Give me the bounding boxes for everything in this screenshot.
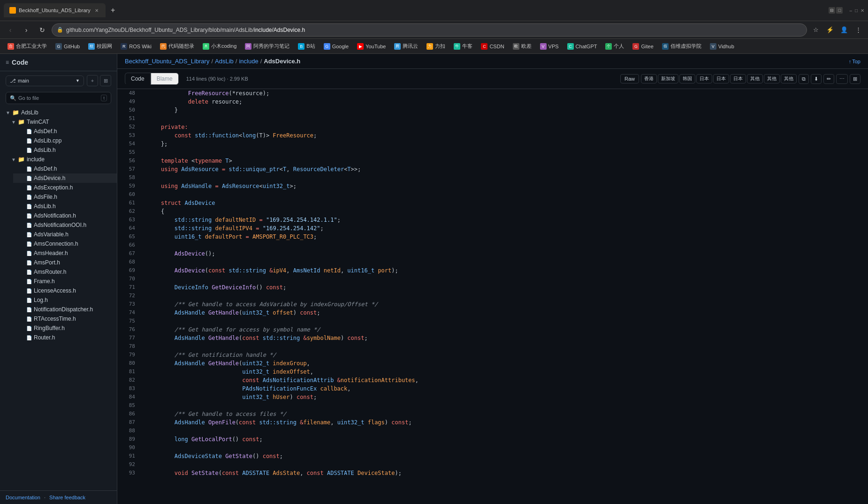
bookmark-xcoding[interactable]: 木 小木coding xyxy=(199,41,240,51)
bookmark-bilibili[interactable]: B B站 xyxy=(294,41,319,51)
bookmark-tencent[interactable]: 腾 腾讯云 xyxy=(390,41,422,51)
bookmark-google[interactable]: G Google xyxy=(320,42,352,51)
top-link[interactable]: ↑ Top xyxy=(849,59,860,64)
line-number: 51 xyxy=(117,114,140,123)
copy-button[interactable]: ⧉ xyxy=(799,74,809,84)
file-adsexception-h[interactable]: 📄 AdsException.h xyxy=(13,183,117,192)
file-amsconnection-h[interactable]: 📄 AmsConnection.h xyxy=(13,239,117,248)
file-rtaccess-h[interactable]: 📄 RTAccessTime.h xyxy=(13,314,117,323)
translate-buttons: 香港 新加坡 韩国 日本 日本 日本 其他 其他 其他 xyxy=(641,74,797,83)
code-line-59: 59 using AdsHandle = AdsResource<uint32_… xyxy=(117,182,868,190)
translate-kr-button[interactable]: 韩国 xyxy=(679,74,695,83)
window-controls: ⊟ □ – □ ✕ xyxy=(829,7,864,14)
bookmark-ocha[interactable]: 欧 欧差 xyxy=(509,41,535,51)
translate-sg-button[interactable]: 新加坡 xyxy=(658,74,678,83)
bookmark-chatgpt[interactable]: C ChatGPT xyxy=(563,42,601,51)
code-line-69: 69 AdsDevice(const std::string &ipV4, Am… xyxy=(117,266,868,275)
code-line-92: 92 xyxy=(117,460,868,469)
folder-adslib[interactable]: ▼ 📁 AdsLib xyxy=(0,108,117,117)
file-adslib-cpp[interactable]: 📄 AdsLib.cpp xyxy=(13,136,117,145)
file-router-h[interactable]: 📄 Router.h xyxy=(13,333,117,342)
file-amsheader-h[interactable]: 📄 AmsHeader.h xyxy=(13,248,117,258)
more-options-button[interactable]: ⋯ xyxy=(836,74,848,84)
file-adsvariable-h[interactable]: 📄 AdsVariable.h xyxy=(13,230,117,239)
bookmark-leetcode[interactable]: 力 力扣 xyxy=(423,41,449,51)
file-name: AdsFile.h xyxy=(34,194,57,200)
tab-code[interactable]: Code xyxy=(125,73,151,85)
refresh-button[interactable]: ↻ xyxy=(36,23,49,37)
branch-selector[interactable]: ⎇ main ▼ xyxy=(6,75,84,86)
breadcrumb: Beckhoff_Ubuntu_ADS_Library / AdsLib / i… xyxy=(117,54,868,69)
bookmark-vidhub[interactable]: V Vidhub xyxy=(706,42,738,51)
bookmark-personal[interactable]: 个 个人 xyxy=(602,41,628,51)
add-file-button[interactable]: + xyxy=(87,75,98,86)
bookmark-vps[interactable]: V VPS xyxy=(536,42,563,51)
file-licenseaccess-h[interactable]: 📄 LicenseAccess.h xyxy=(13,286,117,295)
file-adslib-h[interactable]: 📄 AdsLib.h xyxy=(13,145,117,155)
new-tab-button[interactable]: + xyxy=(107,5,119,16)
code-view[interactable]: 48 FreeResource(*resource); 49 delete re… xyxy=(117,89,868,504)
file-icon: 📄 xyxy=(26,176,32,181)
translate-jp3-button[interactable]: 日本 xyxy=(730,74,746,83)
split-view-button[interactable]: ⊞ xyxy=(850,74,860,84)
tab-close-button[interactable]: ✕ xyxy=(93,7,100,14)
line-content: PAdsNotificationFuncEx callback, xyxy=(140,384,868,393)
share-feedback-link[interactable]: Share feedback xyxy=(49,495,85,500)
file-adsnotificationooi-h[interactable]: 📄 AdsNotificationOOI.h xyxy=(13,220,117,230)
code-line-53: 53 const std::function<long(T)> FreeReso… xyxy=(117,131,868,140)
bookmark-hfut[interactable]: 合 合肥工业大学 xyxy=(4,41,51,51)
edit-button[interactable]: ✏ xyxy=(823,74,834,84)
translate-other2-button[interactable]: 其他 xyxy=(764,74,780,83)
bookmark-code[interactable]: 代 代码随想录 xyxy=(156,41,198,51)
file-amsrouter-h[interactable]: 📄 AmsRouter.h xyxy=(13,267,117,277)
bookmark-button[interactable]: ☆ xyxy=(810,24,822,36)
translate-jp2-button[interactable]: 日本 xyxy=(713,74,729,83)
menu-button[interactable]: ⋮ xyxy=(852,24,864,36)
file-adsnotification-h[interactable]: 📄 AdsNotification.h xyxy=(13,211,117,220)
bookmark-campus[interactable]: 校 校园网 xyxy=(84,41,116,51)
address-bar[interactable]: 🔒 github.com/YangZhouDL/Beckhoff_Ubuntu_… xyxy=(52,23,807,37)
browser-tab[interactable]: Beckhoff_Ubuntu_ADS_Library ✕ xyxy=(4,3,106,17)
file-adsdef-include[interactable]: 📄 AdsDef.h xyxy=(13,164,117,173)
breadcrumb-repo[interactable]: Beckhoff_Ubuntu_ADS_Library xyxy=(125,58,209,65)
file-frame-h[interactable]: 📄 Frame.h xyxy=(13,277,117,286)
breadcrumb-separator: / xyxy=(260,58,262,65)
folder-include[interactable]: ▼ 📁 include xyxy=(6,155,117,164)
bookmark-github[interactable]: G GitHub xyxy=(52,42,84,51)
translate-other3-button[interactable]: 其他 xyxy=(781,74,797,83)
breadcrumb-adslib[interactable]: AdsLib xyxy=(215,58,234,65)
bookmark-ros[interactable]: R ROS Wiki xyxy=(117,42,155,51)
file-adsdef-twincat[interactable]: 📄 AdsDef.h xyxy=(13,127,117,136)
bookmark-axiu[interactable]: 阿 阿秀的学习笔记 xyxy=(241,41,293,51)
documentation-link[interactable]: Documentation xyxy=(6,495,40,500)
extensions-button[interactable]: ⚡ xyxy=(824,24,836,36)
file-adsfile-h[interactable]: 📄 AdsFile.h xyxy=(13,192,117,202)
profile-button[interactable]: 👤 xyxy=(838,24,850,36)
file-ringbuffer-h[interactable]: 📄 RingBuffer.h xyxy=(13,323,117,333)
forward-button[interactable]: › xyxy=(20,23,33,37)
breadcrumb-include[interactable]: include xyxy=(239,58,258,65)
bookmark-gitee[interactable]: G Gitee xyxy=(629,42,657,51)
download-button[interactable]: ⬇ xyxy=(811,74,822,84)
translate-other1-button[interactable]: 其他 xyxy=(747,74,763,83)
line-content: DeviceInfo GetDeviceInfo() const; xyxy=(140,283,868,292)
file-amsport-h[interactable]: 📄 AmsPort.h xyxy=(13,258,117,267)
line-content: AdsDevice(const std::string &ipV4, AmsNe… xyxy=(140,266,868,275)
bookmark-nowcoder[interactable]: 牛 牛客 xyxy=(450,41,476,51)
file-adslib-include-h[interactable]: 📄 AdsLib.h xyxy=(13,202,117,211)
translate-hk-button[interactable]: 香港 xyxy=(641,74,657,83)
raw-button[interactable]: Raw xyxy=(620,74,639,83)
folder-twincat[interactable]: ▼ 📁 TwinCAT xyxy=(6,117,117,127)
file-log-h[interactable]: 📄 Log.h xyxy=(13,295,117,305)
file-notificationdispatcher-h[interactable]: 📄 NotificationDispatcher.h xyxy=(13,305,117,314)
bookmark-csdn[interactable]: C CSDN xyxy=(477,42,508,51)
search-button[interactable]: ⊞ xyxy=(100,75,111,86)
file-adsdevice-h[interactable]: 📄 AdsDevice.h xyxy=(13,173,117,183)
go-to-file-input[interactable]: 🔍 Go to file t xyxy=(6,92,111,104)
file-name: AmsRouter.h xyxy=(34,269,66,275)
back-button[interactable]: ‹ xyxy=(4,23,17,37)
translate-jp1-button[interactable]: 日本 xyxy=(696,74,712,83)
bookmark-baixu[interactable]: 佰 佰维虚拟学院 xyxy=(658,41,705,51)
bookmark-youtube[interactable]: ▶ YouTube xyxy=(353,42,389,51)
tab-blame[interactable]: Blame xyxy=(151,73,179,85)
